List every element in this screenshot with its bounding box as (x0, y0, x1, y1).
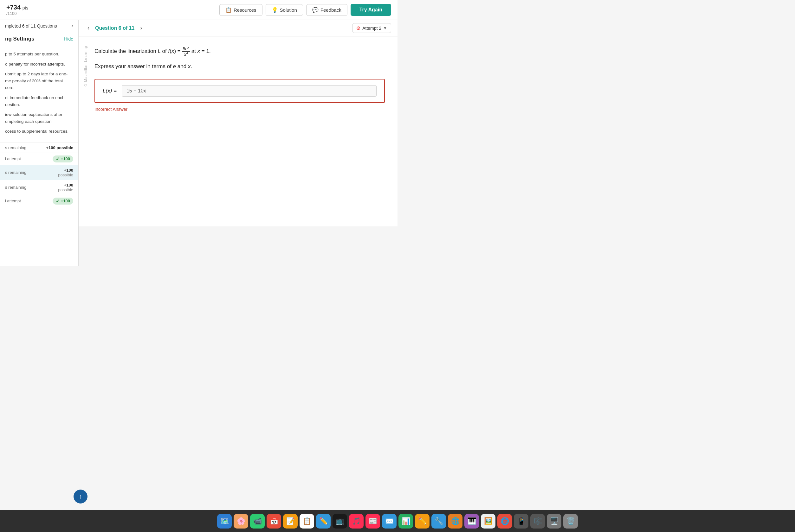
score-badge-1: ✓ +100 (53, 155, 73, 163)
incorrect-answer-label: Incorrect Answer (94, 107, 385, 112)
question-label: Question 6 of 11 (95, 25, 134, 31)
answer-input[interactable] (122, 85, 377, 97)
question-express: Express your answer in terms of e and x. (94, 62, 385, 71)
sidebar: mpleted 6 of 11 Questions ‹ ng Settings … (0, 20, 78, 266)
main-layout: mpleted 6 of 11 Questions ‹ ng Settings … (0, 20, 397, 266)
resources-button[interactable]: 📋 Resources (219, 4, 263, 16)
score-badge-2: ✓ +100 (53, 197, 73, 205)
sidebar-header: ng Settings Hide (0, 32, 78, 46)
score-value: +734 pts (6, 4, 28, 11)
prev-question-button[interactable]: ‹ (85, 23, 92, 33)
score-section: +734 pts /1100 (6, 4, 28, 16)
question-content: © Macmillan Learning Calculate the linea… (78, 36, 397, 226)
hide-button[interactable]: Hide (64, 36, 73, 41)
no-entry-icon: ⊘ (356, 25, 360, 31)
try-again-button[interactable]: Try Again (350, 4, 391, 16)
attempt-badge[interactable]: ⊘ Attempt 2 ▼ (352, 23, 391, 33)
setting-2: o penalty for incorrect attempts. (5, 61, 73, 68)
score-number: +734 (6, 4, 21, 11)
watermark: © Macmillan Learning (84, 46, 88, 87)
question-nav: ‹ Question 6 of 11 › ⊘ Attempt 2 ▼ (78, 20, 397, 36)
next-question-button[interactable]: › (138, 23, 145, 33)
resources-label: Resources (234, 7, 256, 13)
top-header: +734 pts /1100 📋 Resources 💡 Solution 💬 … (0, 0, 397, 20)
score-row-5: l attempt ✓ +100 (0, 195, 78, 207)
score-row-4: s remaining +100possible (0, 180, 78, 195)
sidebar-collapse-arrow[interactable]: ‹ (71, 22, 73, 29)
setting-3: ubmit up to 2 days late for a one-me pen… (5, 71, 73, 91)
feedback-icon: 💬 (312, 7, 319, 13)
setting-4: et immediate feedback on each uestion. (5, 94, 73, 108)
sidebar-content: p to 5 attempts per question. o penalty … (0, 46, 78, 142)
answer-box: L(x) = (94, 79, 385, 103)
try-again-label: Try Again (359, 7, 382, 12)
score-row-1: s remaining +100 possible (0, 142, 78, 153)
question-text: Calculate the linearization L of f(x) = … (94, 46, 385, 57)
setting-1: p to 5 attempts per question. (5, 51, 73, 58)
score-row-2: l attempt ✓ +100 (0, 153, 78, 165)
fraction: 5ex x4 (182, 46, 190, 57)
score-total: /1100 (6, 11, 28, 16)
setting-5: iew solution explanations after ompletin… (5, 111, 73, 125)
pts-label: pts (22, 5, 29, 11)
resources-icon: 📋 (225, 7, 232, 13)
question-prefix: Calculate the linearization L of f(x) = (94, 48, 182, 54)
solution-button[interactable]: 💡 Solution (266, 4, 303, 16)
attempt-label: Attempt 2 (362, 26, 381, 31)
solution-label: Solution (280, 7, 297, 13)
setting-6: ccess to supplemental resources. (5, 128, 73, 135)
question-suffix: at x = 1. (192, 48, 211, 54)
solution-icon: 💡 (272, 7, 278, 13)
content-area: ‹ Question 6 of 11 › ⊘ Attempt 2 ▼ © Mac… (78, 20, 397, 266)
completed-label: mpleted 6 of 11 Questions (5, 23, 57, 28)
answer-label: L(x) = (103, 88, 116, 94)
feedback-button[interactable]: 💬 Feedback (306, 4, 347, 16)
score-row-3: s remaining +100possible (0, 165, 78, 180)
header-actions: 📋 Resources 💡 Solution 💬 Feedback Try Ag… (219, 4, 391, 16)
question-nav-left: ‹ Question 6 of 11 › (85, 23, 145, 33)
dropdown-arrow-icon: ▼ (383, 26, 387, 31)
sidebar-title: ng Settings (5, 36, 35, 42)
feedback-label: Feedback (321, 7, 341, 13)
